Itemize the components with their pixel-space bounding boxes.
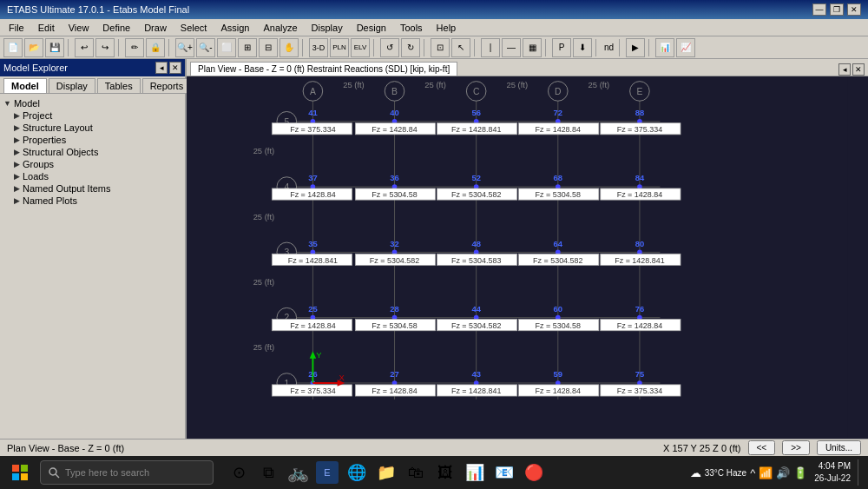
menu-display[interactable]: Display	[306, 21, 348, 35]
taskbar-task-view-icon[interactable]: ⧉	[257, 461, 279, 484]
toolbar-props[interactable]: P	[552, 38, 571, 57]
toolbar-3d[interactable]: 3-D	[309, 38, 328, 57]
main-area: Model Explorer ◂ ✕ Model Display Tables …	[0, 59, 868, 439]
toolbar-lock[interactable]: 🔒	[146, 38, 165, 57]
taskbar-etabs-icon[interactable]: E	[316, 461, 339, 484]
toolbar-assign-loads[interactable]: ⬇	[573, 38, 592, 57]
toolbar-draw-slab[interactable]: ▦	[523, 38, 542, 57]
units-button[interactable]: Units...	[817, 440, 861, 455]
search-box[interactable]: Type here to search	[40, 460, 214, 485]
tree-item-project[interactable]: ▶ Project	[14, 109, 181, 122]
toolbar-zoom-all[interactable]: ⊞	[238, 38, 257, 57]
canvas-area[interactable]: A B C D E 1 2 3 4 5	[187, 76, 868, 439]
toolbar-zoom-rect[interactable]: ⬜	[217, 38, 236, 57]
toolbar-open[interactable]: 📂	[24, 38, 43, 57]
toolbar-new[interactable]: 📄	[3, 38, 23, 57]
toolbar-draw-col[interactable]: |	[481, 38, 500, 57]
tab-display[interactable]: Display	[49, 78, 95, 93]
menu-assign[interactable]: Assign	[215, 21, 254, 35]
svg-text:25 (ft): 25 (ft)	[343, 80, 365, 89]
viewport-controls: ◂ ✕	[838, 63, 865, 76]
toolbar-edit[interactable]: ✏	[125, 38, 144, 57]
svg-text:Fz = 1428.84: Fz = 1428.84	[536, 125, 581, 134]
taskbar-photos-icon[interactable]: 🖼	[434, 461, 457, 484]
toolbar-draw-beam[interactable]: —	[502, 38, 521, 57]
menu-edit[interactable]: Edit	[33, 21, 60, 35]
close-button[interactable]: ✕	[847, 3, 861, 16]
taskbar-store-icon[interactable]: 🛍	[404, 461, 427, 484]
viewport-tab-label[interactable]: Plan View - Base - Z = 0 (ft) Restraint …	[190, 62, 457, 76]
toolbar-pan[interactable]: ✋	[279, 38, 299, 57]
menu-file[interactable]: File	[3, 21, 30, 35]
tree-item-properties[interactable]: ▶ Properties	[14, 134, 181, 146]
volume-icon[interactable]: 🔊	[776, 466, 790, 479]
svg-rect-145	[12, 465, 19, 472]
tab-reports[interactable]: Reports	[142, 78, 192, 93]
toolbar-run[interactable]: ▶	[626, 38, 645, 57]
toolbar-rotate-right[interactable]: ↻	[401, 38, 420, 57]
svg-text:37: 37	[308, 173, 317, 182]
toolbar-zoom-out[interactable]: 🔍-	[196, 38, 215, 57]
toolbar-display1[interactable]: 📊	[655, 38, 674, 57]
svg-text:Fz = 5304.582: Fz = 5304.582	[533, 256, 582, 265]
chevron-up-icon[interactable]: ^	[750, 466, 755, 479]
taskbar-outlook-icon[interactable]: 📧	[493, 461, 516, 484]
taskbar-folder-icon[interactable]: 📁	[375, 461, 398, 484]
model-tree: ▼ Model ▶ Project ▶ Structure Layout ▶ P…	[0, 94, 185, 439]
tree-item-named-plots[interactable]: ▶ Named Plots	[14, 195, 181, 207]
menu-draw[interactable]: Draw	[139, 21, 172, 35]
toolbar-save[interactable]: 💾	[45, 38, 64, 57]
menu-define[interactable]: Define	[97, 21, 135, 35]
toolbar-redo[interactable]: ↪	[95, 38, 115, 57]
toolbar-rotate-left[interactable]: ↺	[380, 38, 399, 57]
nav-next-button[interactable]: >>	[782, 440, 810, 455]
menu-design[interactable]: Design	[352, 21, 391, 35]
toolbar-zoom-in[interactable]: 🔍+	[175, 38, 194, 57]
taskbar-excel-icon[interactable]: 📊	[464, 461, 486, 484]
svg-text:52: 52	[471, 173, 480, 182]
taskbar-app-icon[interactable]: 🔴	[523, 461, 545, 484]
svg-text:25 (ft): 25 (ft)	[253, 146, 275, 155]
tree-item-loads[interactable]: ▶ Loads	[14, 170, 181, 182]
svg-text:40: 40	[390, 108, 398, 117]
maximize-button[interactable]: ❐	[830, 3, 844, 16]
show-desktop-button[interactable]	[858, 459, 861, 486]
start-button[interactable]	[7, 459, 33, 486]
toolbar-display2[interactable]: 📈	[676, 38, 695, 57]
toolbar-sel-all[interactable]: ⊡	[431, 38, 450, 57]
tree-item-named-output[interactable]: ▶ Named Output Items	[14, 182, 181, 195]
viewport-close-button[interactable]: ✕	[852, 63, 865, 76]
nav-prev-button[interactable]: <<	[748, 440, 776, 455]
clock[interactable]: 4:04 PM 26-Jul-22	[814, 460, 851, 485]
svg-text:64: 64	[554, 239, 563, 248]
menu-tools[interactable]: Tools	[395, 21, 428, 35]
toolbar-zoom-fit[interactable]: ⊟	[259, 38, 278, 57]
taskbar-bike-icon[interactable]: 🚲	[286, 461, 309, 484]
minimize-button[interactable]: —	[812, 3, 826, 16]
menu-analyze[interactable]: Analyze	[258, 21, 302, 35]
taskbar-chrome-icon[interactable]: 🌐	[345, 461, 368, 484]
svg-text:56: 56	[471, 108, 480, 117]
menu-view[interactable]: View	[63, 21, 95, 35]
tree-item-structure-layout[interactable]: ▶ Structure Layout	[14, 122, 181, 134]
toolbar-pointer[interactable]: ↖	[451, 38, 470, 57]
svg-text:72: 72	[554, 108, 562, 117]
panel-pin-button[interactable]: ◂	[155, 62, 168, 74]
svg-rect-147	[12, 473, 19, 480]
tab-model[interactable]: Model	[3, 78, 47, 93]
taskbar-cortana-icon[interactable]: ⊙	[227, 461, 250, 484]
toolbar-elev[interactable]: ELV	[351, 38, 370, 57]
menu-select[interactable]: Select	[175, 21, 213, 35]
menu-help[interactable]: Help	[431, 21, 462, 35]
toolbar-undo[interactable]: ↩	[75, 38, 94, 57]
svg-text:Fz = 1428.84: Fz = 1428.84	[617, 321, 662, 330]
tab-tables[interactable]: Tables	[97, 78, 141, 93]
viewport-pin-button[interactable]: ◂	[838, 63, 851, 76]
tree-item-groups[interactable]: ▶ Groups	[14, 158, 181, 170]
tree-root-model[interactable]: ▼ Model	[3, 97, 181, 109]
tree-item-structural-objects[interactable]: ▶ Structural Objects	[14, 146, 181, 158]
window-controls: — ❐ ✕	[812, 3, 861, 16]
panel-close-button[interactable]: ✕	[169, 62, 181, 74]
svg-text:25 (ft): 25 (ft)	[253, 342, 275, 352]
toolbar-plan[interactable]: PLN	[330, 38, 349, 57]
